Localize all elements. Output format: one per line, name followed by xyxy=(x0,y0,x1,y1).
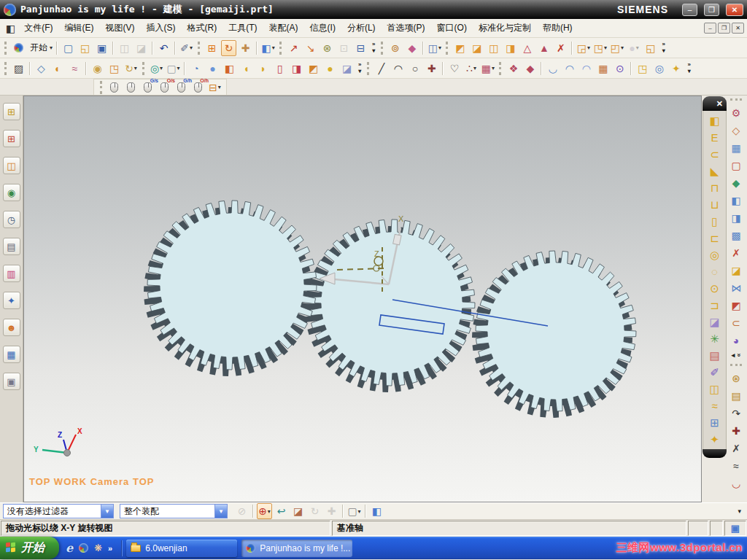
restore-button[interactable]: ❐ xyxy=(704,4,719,16)
open-component[interactable]: ◆ xyxy=(404,40,419,56)
thread[interactable]: ≈ xyxy=(705,397,724,414)
law-curve[interactable]: ▤ xyxy=(727,387,746,405)
sphere-primitive[interactable]: ◉ xyxy=(90,61,105,77)
swept-2[interactable]: ◪ xyxy=(727,262,746,279)
bounded-plane[interactable]: ▢▾ xyxy=(166,61,181,77)
snap-intersection[interactable]: ⊛ xyxy=(320,40,335,56)
internet[interactable]: ▦ xyxy=(3,346,20,363)
wave-geometry-linker[interactable]: ◲▾ xyxy=(576,40,591,56)
menu-item-6[interactable]: 工具(T) xyxy=(222,20,263,36)
eraser[interactable]: ◪ xyxy=(290,503,306,519)
menu-item-11[interactable]: 窗口(O) xyxy=(431,20,473,36)
menu-item-9[interactable]: 分析(L) xyxy=(341,20,382,36)
system-scenes[interactable]: ▤ xyxy=(3,238,20,255)
measure-ruler[interactable]: ⊟ xyxy=(353,40,368,56)
through-curves-2[interactable]: ◨ xyxy=(727,209,746,227)
menu-item-5[interactable]: 格式(R) xyxy=(182,20,223,36)
mdi-minimize-button[interactable]: – xyxy=(704,23,716,34)
rotate-view[interactable]: ↻ xyxy=(221,40,236,56)
roles[interactable]: ☻ xyxy=(3,319,20,336)
palette-close-icon[interactable]: ✕ xyxy=(716,100,723,108)
trimmed-sheet[interactable]: ◩ xyxy=(727,297,746,314)
part-navigator[interactable]: ◫ xyxy=(3,157,20,174)
selection-scope-combo[interactable]: 整个装配 ▼ xyxy=(120,504,228,518)
pattern-component[interactable]: ◫ xyxy=(486,40,501,56)
datum-axis[interactable]: ◐ xyxy=(50,61,66,77)
ie-quicklaunch-icon[interactable]: e xyxy=(66,541,73,555)
menu-item-3[interactable]: 视图(V) xyxy=(100,20,141,36)
mouse-os[interactable]: O/s xyxy=(157,79,172,96)
menu-item-1[interactable]: 文件(F) xyxy=(18,20,58,36)
snap-settings[interactable]: ⚙ xyxy=(727,104,746,122)
blend-tool[interactable]: ● xyxy=(322,61,338,77)
block[interactable]: ◧ xyxy=(705,112,724,129)
selection-filter-dropdown[interactable]: ▼ xyxy=(101,505,113,518)
replace-component[interactable]: ◨ xyxy=(503,40,518,56)
deformable-part[interactable]: ●▾ xyxy=(626,40,641,56)
ruled-surface[interactable]: ◡ xyxy=(545,61,560,77)
unite-boolean[interactable]: ◎▾ xyxy=(149,61,164,77)
menu-item-13[interactable]: 帮助(H) xyxy=(537,20,578,36)
groove[interactable]: ⊐ xyxy=(705,297,724,314)
point-set[interactable]: ∴▾ xyxy=(463,61,479,77)
paste[interactable]: ◪ xyxy=(133,40,149,56)
undo[interactable]: ↶ xyxy=(156,40,171,56)
new-component[interactable]: ◪ xyxy=(469,40,484,56)
pan-tool[interactable]: ✚ xyxy=(324,503,339,519)
rotate-tool[interactable]: ↻ xyxy=(307,503,322,519)
graphics-viewport[interactable]: XZXZY TOP WORK Camera TOP xyxy=(23,96,702,502)
mouse-gs[interactable]: G/s xyxy=(140,79,155,96)
fill-surface[interactable]: ◆ xyxy=(727,174,746,192)
part-family[interactable]: ⊞ xyxy=(705,414,724,431)
find-component[interactable]: ⊚ xyxy=(387,40,403,56)
assembly-navigator[interactable]: ⊞ xyxy=(3,103,20,120)
studio-spline[interactable]: ♡ xyxy=(446,61,462,77)
mdi-close-button[interactable]: ✕ xyxy=(732,23,744,34)
viewport-canvas[interactable]: XZXZY xyxy=(23,96,702,502)
edge-blend[interactable]: ◔ xyxy=(188,61,204,77)
datum-csys[interactable]: ≈ xyxy=(67,61,82,77)
bounded-plane-2[interactable]: ▢ xyxy=(727,157,746,174)
app-quicklaunch-icon[interactable]: ❋ xyxy=(94,542,102,553)
suppress-component[interactable]: ✗ xyxy=(553,40,568,56)
new-file[interactable]: ▢ xyxy=(61,40,76,56)
spline-tool[interactable]: ⊛ xyxy=(727,370,746,387)
task-button-1[interactable]: 6.0wenjian xyxy=(126,540,237,557)
add-component[interactable]: ◩ xyxy=(452,40,468,56)
style-module[interactable]: ✦ xyxy=(705,431,724,448)
snap-endpoint[interactable]: ↗ xyxy=(286,40,301,56)
view-shortcuts[interactable]: ⊟▾ xyxy=(207,79,222,96)
shaded-view[interactable]: ◧▾ xyxy=(260,40,276,56)
flange[interactable]: ⊂ xyxy=(727,314,746,332)
slot[interactable]: ⊏ xyxy=(705,230,724,246)
mirror-assembly[interactable]: ◫▾ xyxy=(427,40,442,56)
palette-header[interactable]: ✕ xyxy=(703,96,727,111)
shell[interactable]: ◌ xyxy=(705,263,724,280)
mouse-gh[interactable]: G/h xyxy=(174,79,189,96)
pan-view[interactable]: ✚ xyxy=(238,40,253,56)
edit-display[interactable]: ✐ xyxy=(705,364,724,381)
menu-item-4[interactable]: 插入(S) xyxy=(141,20,182,36)
rectangle-select[interactable]: ▢▾ xyxy=(347,503,362,519)
quicklaunch-overflow[interactable]: » xyxy=(108,544,112,553)
standard-overflow[interactable]: »▾ xyxy=(372,42,375,55)
sequence[interactable]: ◱ xyxy=(643,40,658,56)
line-curve[interactable]: ╱ xyxy=(374,61,389,77)
snap-free[interactable]: ⊡ xyxy=(336,40,352,56)
open-file[interactable]: ◱ xyxy=(77,40,93,56)
cube-tool[interactable]: ◩ xyxy=(306,61,321,77)
mouse-rotate[interactable] xyxy=(107,79,122,96)
patch-surface[interactable]: ◳ xyxy=(635,61,650,77)
text[interactable]: E xyxy=(705,129,724,146)
nx-quicklaunch-icon[interactable] xyxy=(79,543,88,553)
cylinder[interactable]: ◎ xyxy=(705,246,724,263)
face-analysis[interactable]: ◕ xyxy=(727,332,746,349)
sphere-tool[interactable]: ● xyxy=(205,61,220,77)
sweep[interactable]: ⊂ xyxy=(705,146,724,163)
window-mode-icon[interactable]: ▣ xyxy=(731,524,740,533)
feature-overflow[interactable]: »▾ xyxy=(358,62,361,75)
bridge-curve[interactable]: ↷ xyxy=(727,405,746,422)
studio-x[interactable]: ✗ xyxy=(727,244,746,262)
reuse-library[interactable]: ◉ xyxy=(3,184,20,201)
boss[interactable]: ⊓ xyxy=(705,179,724,196)
